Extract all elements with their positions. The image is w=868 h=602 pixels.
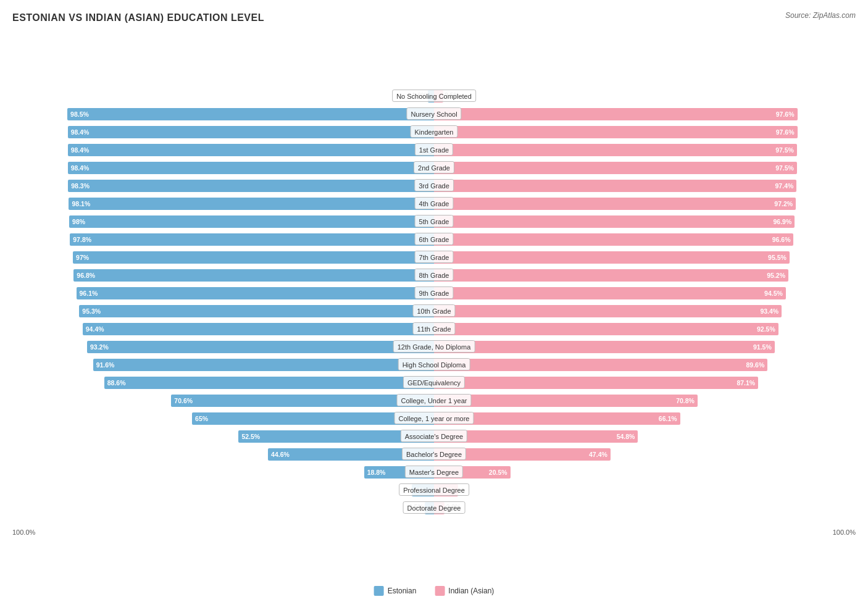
bar-row: 94.4%92.5%11th Grade xyxy=(12,321,856,339)
bar-row: 65%66.1%College, 1 year or more xyxy=(12,411,856,429)
estonian-value-label: 97% xyxy=(73,254,89,261)
bar-estonian: 97.8% xyxy=(70,233,434,246)
bar-estonian: 96.1% xyxy=(77,287,434,299)
indian-value-label: 93.4% xyxy=(760,307,782,315)
bar-indian: 20.5% xyxy=(434,466,511,479)
bar-row: 97.8%96.6%6th Grade xyxy=(12,232,856,249)
indian-value-label: 91.5% xyxy=(753,343,775,351)
bar-estonian: 93.2% xyxy=(87,341,434,353)
bar-row: 91.6%89.6%High School Diploma xyxy=(12,357,856,375)
source-label: Source: ZipAtlas.com xyxy=(785,11,856,20)
estonian-value-label: 95.3% xyxy=(79,307,101,315)
estonian-value-label: 44.6% xyxy=(268,451,290,458)
bar-estonian xyxy=(428,90,434,102)
bar-row: 70.6%70.8%College, Under 1 year xyxy=(12,393,856,411)
estonian-value-label: 93.2% xyxy=(87,343,109,351)
bar-row: 44.6%47.4%Bachelor's Degree xyxy=(12,446,856,464)
estonian-value-label: 98.3% xyxy=(68,182,90,190)
estonian-value-label: 94.4% xyxy=(83,325,104,333)
indian-value-label: 95.5% xyxy=(768,254,790,261)
bars-area: 1.6%2.5%No Schooling Completed98.5%97.6%… xyxy=(12,33,856,536)
bar-estonian: 98.4% xyxy=(68,126,434,138)
chart-container: ESTONIAN VS INDIAN (ASIAN) EDUCATION LEV… xyxy=(0,0,868,602)
bar-row: 96.8%95.2%8th Grade xyxy=(12,267,856,285)
bar-row: 1.6%2.5%No Schooling Completed xyxy=(12,88,856,106)
bar-row: 97%95.5%7th Grade xyxy=(12,249,856,267)
bar-indian: 97.2% xyxy=(434,198,796,210)
bar-indian: 87.1% xyxy=(434,377,758,389)
indian-value-outside: 2.9% xyxy=(446,503,461,511)
indian-value-label: 54.8% xyxy=(617,433,638,440)
bar-indian: 97.5% xyxy=(434,162,797,174)
bar-row: 98.3%97.4%3rd Grade xyxy=(12,178,856,196)
bar-estonian: 88.6% xyxy=(104,377,434,389)
indian-value-label: 96.9% xyxy=(774,218,795,225)
bar-row: 6%6.5%Professional Degree xyxy=(12,482,856,500)
bar-indian xyxy=(434,90,443,102)
estonian-value-label: 98.4% xyxy=(68,128,90,136)
indian-value-label: 92.5% xyxy=(757,325,778,333)
indian-value-label: 95.2% xyxy=(767,272,788,279)
estonian-value-label: 98.5% xyxy=(67,111,89,118)
estonian-value-label: 6% xyxy=(412,487,424,494)
bar-estonian: 94.4% xyxy=(83,323,434,335)
bar-indian: 96.9% xyxy=(434,215,795,228)
axis-right-label: 100.0% xyxy=(833,529,856,536)
bar-row: 2.5%2.9%Doctorate Degree xyxy=(12,500,856,518)
axis-left-label: 100.0% xyxy=(12,529,35,536)
indian-value-label: 20.5% xyxy=(489,469,511,476)
bar-estonian: 96.8% xyxy=(73,269,434,282)
bar-indian: 97.6% xyxy=(434,126,798,138)
bar-row: 98.1%97.2%4th Grade xyxy=(12,196,856,214)
bar-row: 98.4%97.5%2nd Grade xyxy=(12,160,856,178)
bar-indian: 92.5% xyxy=(434,323,778,335)
bar-indian: 97.6% xyxy=(434,108,798,120)
estonian-color-swatch xyxy=(374,586,384,596)
bar-indian: 96.6% xyxy=(434,233,793,246)
indian-value-label: 97.2% xyxy=(774,200,796,207)
bar-estonian: 98.3% xyxy=(68,180,434,192)
bar-indian: 89.6% xyxy=(434,359,767,371)
bar-row: 52.5%54.8%Associate's Degree xyxy=(12,429,856,446)
bar-row: 93.2%91.5%12th Grade, No Diploma xyxy=(12,339,856,357)
bar-estonian: 44.6% xyxy=(268,448,434,461)
indian-value-label: 47.4% xyxy=(589,451,611,458)
chart-title: ESTONIAN VS INDIAN (ASIAN) EDUCATION LEV… xyxy=(12,12,856,23)
estonian-value-label: 98.4% xyxy=(68,146,90,154)
indian-value-label: 96.6% xyxy=(772,236,794,243)
bar-indian: 91.5% xyxy=(434,341,775,353)
bar-indian xyxy=(434,502,444,514)
indian-color-swatch xyxy=(435,586,444,596)
indian-value-label: 89.6% xyxy=(746,361,768,369)
estonian-value-label: 96.8% xyxy=(73,272,95,279)
bar-estonian: 52.5% xyxy=(238,430,434,443)
bar-indian: 66.1% xyxy=(434,412,680,425)
estonian-value-label: 18.8% xyxy=(364,469,386,476)
bar-estonian: 91.6% xyxy=(93,359,434,371)
estonian-value-label: 96.1% xyxy=(77,290,98,297)
estonian-value-label: 52.5% xyxy=(238,433,260,440)
bar-indian: 70.8% xyxy=(434,395,698,407)
estonian-value-label: 98% xyxy=(69,218,85,225)
bar-estonian: 70.6% xyxy=(171,395,434,407)
indian-value-label: 97.6% xyxy=(776,111,798,118)
estonian-value-outside: 1.6% xyxy=(412,91,427,99)
bar-row: 98.4%97.6%Kindergarten xyxy=(12,124,856,142)
bar-indian: 54.8% xyxy=(434,430,638,443)
indian-value-outside: 2.5% xyxy=(444,91,459,99)
estonian-value-label: 91.6% xyxy=(93,361,115,369)
bar-row: 88.6%87.1%GED/Equivalency xyxy=(12,375,856,393)
indian-value-label: 97.6% xyxy=(776,128,798,136)
bar-estonian: 6% xyxy=(412,484,434,496)
bar-indian: 94.5% xyxy=(434,287,786,299)
estonian-value-outside: 2.5% xyxy=(409,503,424,511)
bar-estonian: 98.5% xyxy=(67,108,434,120)
indian-value-label: 97.4% xyxy=(775,182,797,190)
legend-indian-label: Indian (Asian) xyxy=(448,587,494,595)
legend-estonian-label: Estonian xyxy=(388,587,417,595)
estonian-value-label: 98.4% xyxy=(68,164,90,172)
bar-estonian: 98.4% xyxy=(68,144,434,156)
indian-value-label: 94.5% xyxy=(764,290,786,297)
bar-estonian: 18.8% xyxy=(364,466,434,479)
bar-indian: 6.5% xyxy=(434,484,458,496)
